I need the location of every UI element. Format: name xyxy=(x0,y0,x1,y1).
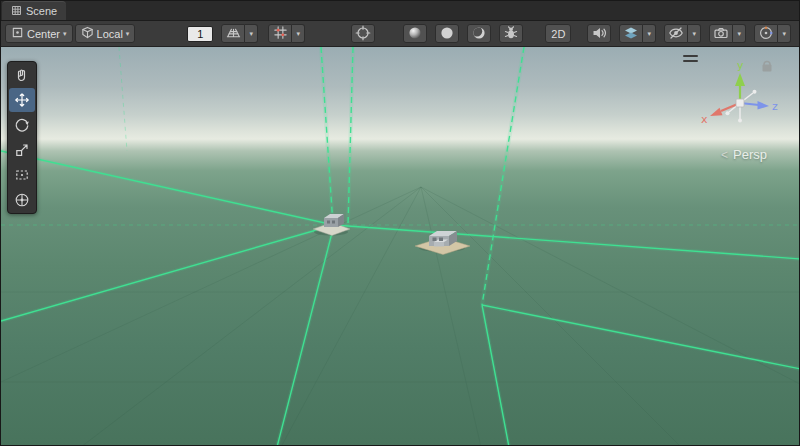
gizmos-dropdown[interactable]: ▾ xyxy=(778,24,791,43)
flat-circle-icon xyxy=(439,25,455,43)
dropdown-arrow-icon: ▾ xyxy=(693,30,697,37)
effects-dropdown[interactable]: ▾ xyxy=(643,24,656,43)
rect-tool-button[interactable] xyxy=(9,163,35,187)
gizmo-y-label: y xyxy=(737,59,744,72)
increment-snap-button[interactable] xyxy=(268,24,292,43)
flat-circle-button[interactable] xyxy=(435,24,459,43)
dropdown-arrow-icon: ▾ xyxy=(250,30,254,37)
axis-gizmo[interactable]: y x z xyxy=(693,55,783,145)
visibility-dropdown[interactable]: ▾ xyxy=(688,24,701,43)
visibility-group: ▾ xyxy=(664,24,701,43)
gizmos-group: ▾ xyxy=(754,24,791,43)
gizmo-z-cone[interactable] xyxy=(758,101,770,110)
tab-scene[interactable]: Scene xyxy=(2,1,66,20)
scene-window: Scene Center ▾ Local ▾ xyxy=(0,0,800,446)
effects-layers-icon xyxy=(623,25,639,43)
rotate-tool-button[interactable] xyxy=(9,113,35,137)
pivot-icon xyxy=(11,26,24,41)
grid-icon xyxy=(11,5,22,18)
grid-snap-button[interactable] xyxy=(221,24,245,43)
orientation-label: Local xyxy=(97,28,123,40)
gizmos-button[interactable] xyxy=(754,24,778,43)
gizmo-x-label: x xyxy=(701,113,708,126)
camera-icon xyxy=(713,25,729,43)
effects-group: ▾ xyxy=(619,24,656,43)
crescent-button[interactable] xyxy=(467,24,491,43)
view-tool-button[interactable] xyxy=(9,63,35,87)
increment-snap-dropdown[interactable]: ▾ xyxy=(292,24,305,43)
tab-strip: Scene xyxy=(1,1,799,21)
crescent-moon-icon xyxy=(471,25,487,43)
scene-viewport[interactable]: y x z < Persp xyxy=(1,47,800,446)
gizmo-sphere-icon xyxy=(758,25,774,43)
dropdown-arrow-icon: ▾ xyxy=(297,30,301,37)
scale-tool-button[interactable] xyxy=(9,138,35,162)
projection-label: Persp xyxy=(733,147,767,162)
camera-group: ▾ xyxy=(709,24,746,43)
increment-snap-icon xyxy=(273,25,288,42)
pivot-dropdown[interactable]: Center ▾ xyxy=(5,24,73,43)
snap-size-field[interactable] xyxy=(187,26,213,42)
tab-scene-label: Scene xyxy=(26,5,57,17)
camera-dropdown[interactable]: ▾ xyxy=(733,24,746,43)
audio-toggle-button[interactable] xyxy=(587,24,611,43)
gizmo-x-cone[interactable] xyxy=(710,108,723,116)
tool-palette xyxy=(7,61,37,214)
dropdown-arrow-icon: ▾ xyxy=(648,30,652,37)
gizmo-center-cube[interactable] xyxy=(736,99,744,107)
grid-snap-icon xyxy=(226,25,241,42)
lock-icon[interactable] xyxy=(763,62,772,72)
gizmo-y-cone[interactable] xyxy=(735,73,745,86)
axis-cube-icon xyxy=(81,26,94,41)
projection-toggle[interactable]: < Persp xyxy=(721,147,767,162)
visibility-button[interactable] xyxy=(664,24,688,43)
shaded-sphere-button[interactable] xyxy=(403,24,427,43)
transform-tool-button[interactable] xyxy=(9,188,35,212)
2d-label: 2D xyxy=(551,28,565,40)
dropdown-arrow-icon: ▾ xyxy=(126,30,130,37)
crosshair-circle-icon xyxy=(355,25,371,43)
move-tool-button[interactable] xyxy=(9,88,35,112)
dropdown-arrow-icon: ▾ xyxy=(783,30,787,37)
increment-snap-group: ▾ xyxy=(268,24,305,43)
crosshair-button[interactable] xyxy=(351,24,375,43)
effects-button[interactable] xyxy=(619,24,643,43)
audio-speaker-icon xyxy=(591,25,607,43)
camera-button[interactable] xyxy=(709,24,733,43)
orientation-dropdown[interactable]: Local ▾ xyxy=(75,24,136,43)
grid-snap-dropdown[interactable]: ▾ xyxy=(245,24,258,43)
chevron-left-icon: < xyxy=(721,148,728,162)
grid-snap-group: ▾ xyxy=(221,24,258,43)
selection-wireframe xyxy=(1,47,800,446)
bug-button[interactable] xyxy=(499,24,523,43)
2d-toggle-button[interactable]: 2D xyxy=(545,24,571,43)
visibility-eye-icon xyxy=(668,25,684,43)
bug-icon xyxy=(503,25,519,43)
dropdown-arrow-icon: ▾ xyxy=(63,30,67,37)
pivot-label: Center xyxy=(27,28,60,40)
dropdown-arrow-icon: ▾ xyxy=(738,30,742,37)
terrain-grid xyxy=(1,187,800,446)
gizmo-z-label: z xyxy=(772,100,778,113)
scene-canvas[interactable] xyxy=(1,47,800,446)
scene-toolbar: Center ▾ Local ▾ ▾ xyxy=(1,21,799,47)
shaded-sphere-icon xyxy=(407,25,423,43)
